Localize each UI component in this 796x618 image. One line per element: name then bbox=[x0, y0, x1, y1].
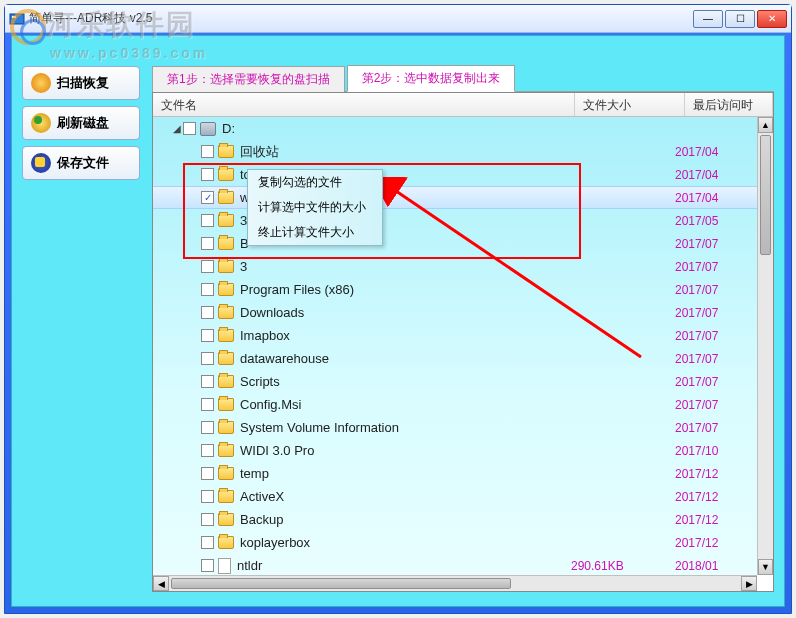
expand-arrow-icon[interactable]: ◢ bbox=[171, 123, 183, 134]
client-area: 河乐软件园 www.pc0389.com 扫描恢复 刷新磁盘 保存文件 第1步：… bbox=[11, 35, 785, 607]
close-button[interactable]: ✕ bbox=[757, 10, 787, 28]
file-name: ActiveX bbox=[240, 489, 571, 504]
checkbox[interactable] bbox=[201, 398, 214, 411]
checkbox[interactable] bbox=[201, 168, 214, 181]
scroll-right-icon[interactable]: ▶ bbox=[741, 576, 757, 591]
file-date: 2017/07 bbox=[675, 421, 757, 435]
file-date: 2017/12 bbox=[675, 490, 757, 504]
file-name: 回收站 bbox=[240, 143, 571, 161]
maximize-button[interactable]: ☐ bbox=[725, 10, 755, 28]
file-name: koplayerbox bbox=[240, 535, 571, 550]
file-name: WIDI 3.0 Pro bbox=[240, 443, 571, 458]
checkbox[interactable] bbox=[201, 513, 214, 526]
file-row[interactable]: Downloads2017/07 bbox=[153, 301, 757, 324]
file-icon bbox=[218, 558, 231, 574]
file-date: 2017/07 bbox=[675, 260, 757, 274]
file-row[interactable]: 32017/07 bbox=[153, 255, 757, 278]
drive-row[interactable]: ◢ D: bbox=[153, 117, 757, 140]
file-date: 2017/07 bbox=[675, 283, 757, 297]
file-row[interactable]: ✓win2017/04 bbox=[153, 186, 757, 209]
ctx-copy-checked[interactable]: 复制勾选的文件 bbox=[248, 170, 382, 195]
file-list-pane: 文件名 文件大小 最后访问时 ◢ D: 回收站2017/04tools2017/… bbox=[152, 92, 774, 592]
file-row[interactable]: koplayerbox2017/12 bbox=[153, 531, 757, 554]
file-row[interactable]: ActiveX2017/12 bbox=[153, 485, 757, 508]
file-date: 2017/07 bbox=[675, 398, 757, 412]
scroll-down-icon[interactable]: ▼ bbox=[758, 559, 773, 575]
checkbox[interactable] bbox=[201, 237, 214, 250]
folder-icon bbox=[218, 444, 234, 457]
file-date: 2017/07 bbox=[675, 375, 757, 389]
file-row[interactable]: datawarehouse2017/07 bbox=[153, 347, 757, 370]
minimize-button[interactable]: — bbox=[693, 10, 723, 28]
checkbox[interactable] bbox=[201, 559, 214, 572]
ctx-stop-calc[interactable]: 终止计算文件大小 bbox=[248, 220, 382, 245]
checkbox[interactable] bbox=[201, 306, 214, 319]
checkbox[interactable] bbox=[201, 352, 214, 365]
scroll-left-icon[interactable]: ◀ bbox=[153, 576, 169, 591]
tree-body[interactable]: ◢ D: 回收站2017/04tools2017/04✓win2017/0432… bbox=[153, 117, 757, 575]
save-file-button[interactable]: 保存文件 bbox=[22, 146, 140, 180]
file-date: 2017/07 bbox=[675, 352, 757, 366]
tab-step2[interactable]: 第2步：选中数据复制出来 bbox=[347, 65, 516, 92]
folder-icon bbox=[218, 375, 234, 388]
file-row[interactable]: temp2017/12 bbox=[153, 462, 757, 485]
folder-icon bbox=[218, 352, 234, 365]
folder-icon bbox=[218, 306, 234, 319]
file-name: Downloads bbox=[240, 305, 571, 320]
scroll-thumb[interactable] bbox=[171, 578, 511, 589]
file-row[interactable]: 32017/05 bbox=[153, 209, 757, 232]
folder-icon bbox=[218, 329, 234, 342]
col-filename[interactable]: 文件名 bbox=[153, 93, 575, 116]
folder-icon bbox=[218, 283, 234, 296]
file-row[interactable]: Program Files (x86)2017/07 bbox=[153, 278, 757, 301]
col-lastaccess[interactable]: 最后访问时 bbox=[685, 93, 773, 116]
file-row[interactable]: Config.Msi2017/07 bbox=[153, 393, 757, 416]
scroll-up-icon[interactable]: ▲ bbox=[758, 117, 773, 133]
list-header: 文件名 文件大小 最后访问时 bbox=[153, 93, 773, 117]
file-date: 2017/10 bbox=[675, 444, 757, 458]
file-row[interactable]: 回收站2017/04 bbox=[153, 140, 757, 163]
file-date: 2017/07 bbox=[675, 237, 757, 251]
checkbox[interactable] bbox=[201, 214, 214, 227]
checkbox[interactable] bbox=[201, 283, 214, 296]
tab-step1[interactable]: 第1步：选择需要恢复的盘扫描 bbox=[152, 66, 345, 92]
checkbox[interactable] bbox=[201, 145, 214, 158]
col-filesize[interactable]: 文件大小 bbox=[575, 93, 685, 116]
checkbox[interactable] bbox=[201, 536, 214, 549]
file-name: Backup bbox=[240, 512, 571, 527]
file-row[interactable]: Imapbox2017/07 bbox=[153, 324, 757, 347]
drive-icon bbox=[200, 122, 216, 136]
checkbox[interactable] bbox=[201, 329, 214, 342]
checkbox[interactable] bbox=[201, 490, 214, 503]
horizontal-scrollbar[interactable]: ◀ ▶ bbox=[153, 575, 757, 591]
file-date: 2017/07 bbox=[675, 306, 757, 320]
ctx-calc-size[interactable]: 计算选中文件的大小 bbox=[248, 195, 382, 220]
vertical-scrollbar[interactable]: ▲ ▼ bbox=[757, 117, 773, 575]
file-row[interactable]: tools2017/04 bbox=[153, 163, 757, 186]
folder-icon bbox=[218, 191, 234, 204]
folder-icon bbox=[218, 260, 234, 273]
checkbox[interactable] bbox=[201, 260, 214, 273]
file-row[interactable]: System Volume Information2017/07 bbox=[153, 416, 757, 439]
file-row[interactable]: B2017/07 bbox=[153, 232, 757, 255]
file-row[interactable]: ntldr290.61KB2018/01 bbox=[153, 554, 757, 575]
checkbox[interactable] bbox=[201, 375, 214, 388]
checkbox[interactable]: ✓ bbox=[201, 191, 214, 204]
file-name: Config.Msi bbox=[240, 397, 571, 412]
refresh-disk-button[interactable]: 刷新磁盘 bbox=[22, 106, 140, 140]
scan-icon bbox=[31, 73, 51, 93]
file-row[interactable]: WIDI 3.0 Pro2017/10 bbox=[153, 439, 757, 462]
file-row[interactable]: Backup2017/12 bbox=[153, 508, 757, 531]
checkbox[interactable] bbox=[201, 467, 214, 480]
refresh-icon bbox=[31, 113, 51, 133]
checkbox[interactable] bbox=[183, 122, 196, 135]
scan-recover-button[interactable]: 扫描恢复 bbox=[22, 66, 140, 100]
checkbox[interactable] bbox=[201, 444, 214, 457]
file-name: Imapbox bbox=[240, 328, 571, 343]
checkbox[interactable] bbox=[201, 421, 214, 434]
scroll-thumb[interactable] bbox=[760, 135, 771, 255]
folder-icon bbox=[218, 398, 234, 411]
file-row[interactable]: Scripts2017/07 bbox=[153, 370, 757, 393]
file-date: 2017/12 bbox=[675, 536, 757, 550]
file-date: 2017/12 bbox=[675, 467, 757, 481]
